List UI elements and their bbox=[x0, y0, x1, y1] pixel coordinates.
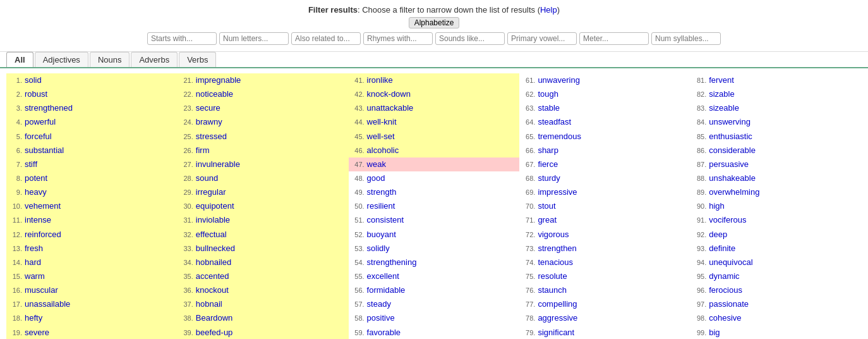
result-word-link[interactable]: enthusiastic bbox=[709, 130, 752, 143]
result-word-link[interactable]: excellent bbox=[367, 270, 399, 283]
result-word-link[interactable]: impregnable bbox=[196, 74, 241, 87]
result-word-link[interactable]: persuasive bbox=[709, 158, 749, 171]
result-word-link[interactable]: solid bbox=[25, 74, 42, 87]
result-word-link[interactable]: potent bbox=[25, 172, 47, 185]
result-word-link[interactable]: favorable bbox=[367, 326, 401, 339]
result-word-link[interactable]: inviolable bbox=[196, 214, 230, 226]
result-word-link[interactable]: stout bbox=[538, 200, 555, 213]
result-word-link[interactable]: well-knit bbox=[367, 116, 397, 128]
result-word-link[interactable]: noticeable bbox=[196, 88, 233, 101]
result-word-link[interactable]: robust bbox=[25, 88, 47, 101]
tab-verbs[interactable]: Verbs bbox=[179, 52, 216, 67]
result-word-link[interactable]: considerable bbox=[709, 144, 756, 157]
result-word-link[interactable]: consistent bbox=[367, 214, 404, 226]
result-word-link[interactable]: stressed bbox=[196, 130, 227, 143]
result-word-link[interactable]: weak bbox=[367, 158, 386, 171]
result-word-link[interactable]: steady bbox=[367, 298, 391, 311]
result-word-link[interactable]: bullnecked bbox=[196, 242, 235, 255]
alphabetize-button[interactable]: Alphabetize bbox=[409, 17, 460, 28]
result-word-link[interactable]: ferocious bbox=[709, 284, 742, 297]
result-word-link[interactable]: tenacious bbox=[538, 256, 573, 269]
num-letters-input[interactable] bbox=[219, 32, 289, 45]
also-related-input[interactable] bbox=[291, 32, 361, 45]
result-word-link[interactable]: strengthening bbox=[367, 256, 417, 269]
result-word-link[interactable]: stable bbox=[538, 102, 560, 114]
result-word-link[interactable]: unassailable bbox=[25, 298, 70, 311]
result-word-link[interactable]: vigorous bbox=[538, 228, 569, 241]
result-word-link[interactable]: formidable bbox=[367, 284, 406, 297]
result-word-link[interactable]: overwhelming bbox=[709, 186, 759, 199]
result-word-link[interactable]: good bbox=[367, 172, 385, 185]
result-word-link[interactable]: high bbox=[709, 200, 725, 213]
result-word-link[interactable]: unequivocal bbox=[709, 256, 752, 269]
result-word-link[interactable]: impressive bbox=[538, 186, 577, 199]
result-word-link[interactable]: unshakeable bbox=[709, 172, 756, 185]
result-word-link[interactable]: unattackable bbox=[367, 102, 414, 114]
result-word-link[interactable]: strengthen bbox=[538, 242, 576, 255]
result-word-link[interactable]: strengthened bbox=[25, 102, 73, 114]
rhymes-with-input[interactable] bbox=[363, 32, 433, 45]
result-word-link[interactable]: definite bbox=[709, 242, 735, 255]
result-word-link[interactable]: invulnerable bbox=[196, 158, 240, 171]
num-syllables-input[interactable] bbox=[651, 32, 721, 45]
result-word-link[interactable]: fervent bbox=[709, 74, 734, 87]
result-word-link[interactable]: heavy bbox=[25, 186, 47, 199]
result-word-link[interactable]: irregular bbox=[196, 186, 226, 199]
sounds-like-input[interactable] bbox=[435, 32, 505, 45]
result-word-link[interactable]: sturdy bbox=[538, 172, 560, 185]
result-word-link[interactable]: well-set bbox=[367, 130, 395, 143]
result-word-link[interactable]: firm bbox=[196, 144, 210, 157]
tab-nouns[interactable]: Nouns bbox=[90, 52, 130, 67]
result-word-link[interactable]: powerful bbox=[25, 116, 56, 128]
result-word-link[interactable]: muscular bbox=[25, 284, 58, 297]
result-word-link[interactable]: hefty bbox=[25, 312, 42, 324]
result-word-link[interactable]: staunch bbox=[538, 284, 567, 297]
tab-adjectives[interactable]: Adjectives bbox=[35, 52, 88, 67]
starts-with-input[interactable] bbox=[147, 32, 217, 45]
result-word-link[interactable]: substantial bbox=[25, 144, 64, 157]
result-word-link[interactable]: solidly bbox=[367, 242, 390, 255]
result-word-link[interactable]: intense bbox=[25, 214, 51, 226]
result-word-link[interactable]: deep bbox=[709, 228, 727, 241]
result-word-link[interactable]: forceful bbox=[25, 130, 52, 143]
result-word-link[interactable]: fresh bbox=[25, 242, 43, 255]
result-word-link[interactable]: passionate bbox=[709, 298, 749, 311]
result-word-link[interactable]: sizeable bbox=[709, 102, 739, 114]
result-word-link[interactable]: tremendous bbox=[538, 130, 581, 143]
result-word-link[interactable]: knock-down bbox=[367, 88, 411, 101]
result-word-link[interactable]: unwavering bbox=[538, 74, 580, 87]
result-word-link[interactable]: significant bbox=[538, 326, 574, 339]
result-word-link[interactable]: beefed-up bbox=[196, 326, 233, 339]
result-word-link[interactable]: vociferous bbox=[709, 214, 746, 226]
result-word-link[interactable]: hobnail bbox=[196, 298, 222, 311]
result-word-link[interactable]: stiff bbox=[25, 158, 37, 171]
result-word-link[interactable]: secure bbox=[196, 102, 220, 114]
result-word-link[interactable]: dynamic bbox=[709, 270, 739, 283]
result-word-link[interactable]: sharp bbox=[538, 144, 558, 157]
result-word-link[interactable]: knockout bbox=[196, 284, 229, 297]
tab-all[interactable]: All bbox=[6, 52, 33, 67]
result-word-link[interactable]: aggressive bbox=[538, 312, 577, 324]
result-word-link[interactable]: unswerving bbox=[709, 116, 750, 128]
result-word-link[interactable]: accented bbox=[196, 270, 229, 283]
result-word-link[interactable]: sizable bbox=[709, 88, 734, 101]
result-word-link[interactable]: positive bbox=[367, 312, 395, 324]
result-word-link[interactable]: strength bbox=[367, 186, 397, 199]
result-word-link[interactable]: resilient bbox=[367, 200, 395, 213]
result-word-link[interactable]: sound bbox=[196, 172, 218, 185]
result-word-link[interactable]: fierce bbox=[538, 158, 558, 171]
help-link[interactable]: Help bbox=[540, 5, 557, 15]
result-word-link[interactable]: ironlike bbox=[367, 74, 393, 87]
result-word-link[interactable]: compelling bbox=[538, 298, 577, 311]
result-word-link[interactable]: great bbox=[538, 214, 557, 226]
result-word-link[interactable]: tough bbox=[538, 88, 558, 101]
result-word-link[interactable]: brawny bbox=[196, 116, 222, 128]
meter-input[interactable] bbox=[579, 32, 649, 45]
result-word-link[interactable]: big bbox=[709, 326, 720, 339]
primary-vowel-input[interactable] bbox=[507, 32, 577, 45]
result-word-link[interactable]: buoyant bbox=[367, 228, 396, 241]
result-word-link[interactable]: hard bbox=[25, 256, 41, 269]
result-word-link[interactable]: severe bbox=[25, 326, 49, 339]
result-word-link[interactable]: warm bbox=[25, 270, 45, 283]
result-word-link[interactable]: equipotent bbox=[196, 200, 234, 213]
